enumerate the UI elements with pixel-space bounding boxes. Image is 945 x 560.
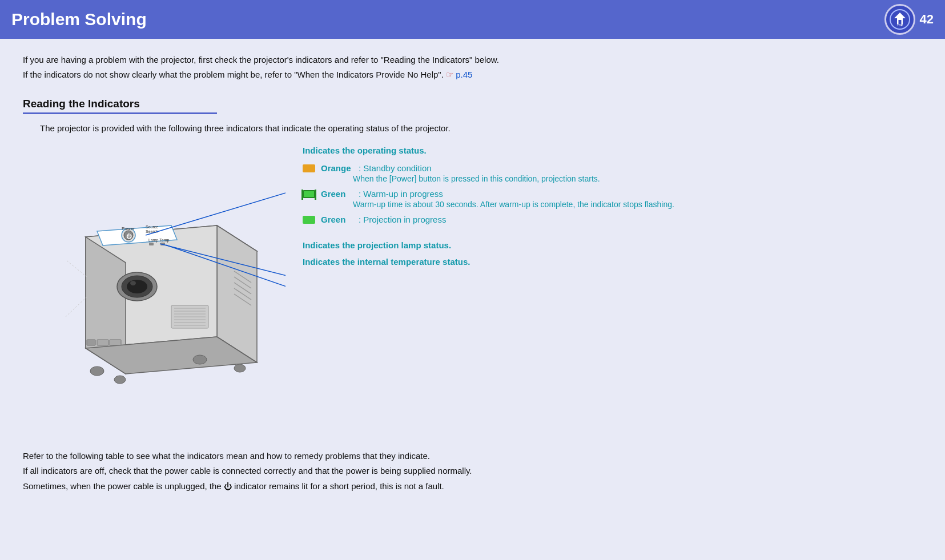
section-underline bbox=[23, 112, 217, 114]
svg-point-38 bbox=[193, 355, 207, 364]
svg-point-12 bbox=[127, 280, 147, 293]
page-header: Problem Solving TOP 42 bbox=[0, 0, 945, 39]
green-label: Green bbox=[321, 215, 353, 224]
section-desc: The projector is provided with the follo… bbox=[40, 123, 922, 133]
header-right: TOP 42 bbox=[884, 4, 934, 35]
svg-point-40 bbox=[234, 364, 246, 372]
projector-illustration: ⏻ Power Source Search Lamp Temp bbox=[40, 146, 285, 433]
led-orange bbox=[303, 164, 315, 172]
svg-rect-35 bbox=[149, 243, 154, 245]
svg-rect-43 bbox=[97, 340, 108, 345]
bottom-line1: Refer to the following table to see what… bbox=[23, 451, 430, 461]
intro-link[interactable]: p.45 bbox=[456, 70, 472, 79]
svg-text:Source: Source bbox=[146, 225, 158, 229]
bottom-line3: Sometimes, when the power cable is unplu… bbox=[23, 481, 222, 491]
svg-rect-44 bbox=[110, 340, 121, 345]
orange-sub: When the [Power] button is pressed in th… bbox=[353, 174, 922, 183]
lamp-status-label: Indicates the projection lamp status. bbox=[303, 240, 922, 250]
svg-line-45 bbox=[66, 260, 87, 277]
svg-point-13 bbox=[130, 281, 136, 285]
green-desc: : Projection in progress bbox=[359, 215, 446, 224]
top-icon[interactable]: TOP bbox=[884, 4, 915, 35]
bottom-paragraph: Refer to the following table to see what… bbox=[23, 449, 922, 494]
main-content: If you are having a problem with the pro… bbox=[0, 39, 945, 511]
svg-text:Power: Power bbox=[122, 226, 135, 231]
indicators-panel: Indicates the operating status. Orange :… bbox=[303, 146, 922, 267]
svg-rect-41 bbox=[87, 340, 95, 345]
orange-desc: : Standby condition bbox=[359, 163, 432, 173]
led-green bbox=[303, 216, 315, 224]
green-flash-desc: : Warm-up in progress bbox=[359, 189, 443, 199]
diagram-area: ⏻ Power Source Search Lamp Temp bbox=[40, 146, 922, 433]
intro-paragraph: If you are having a problem with the pro… bbox=[23, 53, 922, 82]
green-flash-label: Green bbox=[321, 189, 353, 199]
operating-status-header: Indicates the operating status. bbox=[303, 146, 922, 155]
svg-text:Lamp  Temp: Lamp Temp bbox=[148, 238, 170, 243]
page-title: Problem Solving bbox=[11, 10, 147, 29]
svg-text:⏻: ⏻ bbox=[126, 233, 132, 239]
temp-status-label: Indicates the internal temperature statu… bbox=[303, 257, 922, 267]
svg-line-46 bbox=[66, 297, 87, 317]
intro-arrow: ☞ bbox=[446, 70, 453, 79]
indicator-green-row: Green : Projection in progress bbox=[303, 215, 922, 224]
svg-point-37 bbox=[90, 366, 104, 376]
indicator-orange-row: Orange : Standby condition bbox=[303, 163, 922, 173]
section-heading: Reading the Indicators bbox=[23, 98, 922, 110]
indicator-green-flash-group: Green : Warm-up in progress Warm-up time… bbox=[303, 189, 922, 209]
bottom-line2: If all indicators are off, check that th… bbox=[23, 466, 472, 476]
page-number: 42 bbox=[920, 12, 934, 27]
led-green-flash bbox=[303, 190, 315, 198]
svg-point-39 bbox=[114, 376, 126, 384]
indicator-green-flash-row: Green : Warm-up in progress bbox=[303, 189, 922, 199]
indicator-green-group: Green : Projection in progress bbox=[303, 215, 922, 224]
intro-line2: If the indicators do not show clearly wh… bbox=[23, 70, 444, 79]
indicator-orange-group: Orange : Standby condition When the [Pow… bbox=[303, 163, 922, 183]
orange-label: Orange bbox=[321, 163, 353, 173]
bottom-line3-cont: indicator remains lit for a short period… bbox=[234, 481, 444, 491]
intro-line1: If you are having a problem with the pro… bbox=[23, 55, 499, 65]
svg-text:TOP: TOP bbox=[896, 23, 903, 27]
green-flash-sub: Warm-up time is about 30 seconds. After … bbox=[353, 200, 922, 209]
power-icon: ⏻ bbox=[224, 482, 232, 491]
